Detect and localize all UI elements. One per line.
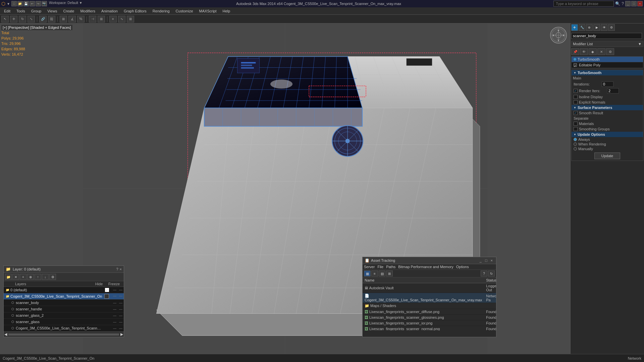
scroll-right-btn[interactable]: ▶ bbox=[120, 332, 123, 337]
menu-customize[interactable]: Customize bbox=[173, 8, 196, 14]
unlink-tool[interactable]: ⛓ bbox=[48, 16, 55, 22]
asset-btn-4[interactable]: ⊞ bbox=[386, 270, 393, 277]
asset-row-vault[interactable]: 🏛 Autodesk Vault Logged Out bbox=[363, 283, 496, 293]
menu-graph-editors[interactable]: Graph Editors bbox=[121, 8, 149, 14]
asset-menu-paths[interactable]: Paths bbox=[386, 265, 395, 269]
asset-row-glossines[interactable]: 🖼 Livescan_fingerprints_scanner_glossine… bbox=[363, 315, 496, 320]
close-btn[interactable]: × bbox=[637, 1, 643, 6]
explicit-checkbox[interactable] bbox=[574, 100, 578, 104]
redo-btn[interactable]: ↪ bbox=[36, 1, 41, 6]
schematic[interactable]: ⊞ bbox=[127, 16, 134, 22]
layer-row-glass[interactable]: ⬡ scanner_glass — — bbox=[4, 319, 124, 325]
workspace-selector[interactable]: Workspace: Default ▼ bbox=[48, 1, 84, 6]
object-name-input[interactable] bbox=[571, 33, 642, 39]
layers-down-btn[interactable]: ↓ bbox=[42, 274, 49, 280]
select-tool[interactable]: ↖ bbox=[1, 16, 9, 22]
tab-display[interactable]: 👁 bbox=[601, 24, 607, 31]
layer-row-glass2[interactable]: ⬡ scanner_glass_2 — — bbox=[4, 312, 124, 319]
asset-row-diffuse[interactable]: 🖼 Livescan_fingerprints_scanner_diffuse.… bbox=[363, 309, 496, 315]
menu-maxscript[interactable]: MAXScript bbox=[197, 8, 219, 14]
menu-rendering[interactable]: Rendering bbox=[150, 8, 172, 14]
layer-row-default[interactable]: 📁 0 (default) ✓ — — bbox=[4, 287, 124, 293]
open-btn[interactable]: 📁 bbox=[17, 1, 23, 6]
undo-btn[interactable]: ↩ bbox=[30, 1, 35, 6]
render-iters-input[interactable] bbox=[607, 88, 619, 94]
render-iters-checkbox[interactable] bbox=[574, 89, 578, 93]
always-option[interactable]: Always bbox=[572, 137, 643, 142]
move-tool[interactable]: ✛ bbox=[10, 16, 17, 22]
modifier-turbsmooth[interactable]: TurboSmooth bbox=[572, 57, 643, 62]
tab-hierarchy[interactable]: ⊕ bbox=[586, 24, 593, 31]
rotate-tool[interactable]: ↻ bbox=[19, 16, 26, 22]
asset-btn-3[interactable]: ▤ bbox=[379, 270, 385, 277]
layers-merge-btn[interactable]: ⊕ bbox=[27, 274, 34, 280]
asset-row-ior[interactable]: 🖼 Livescan_fingerprints_scanner_ior.png … bbox=[363, 320, 496, 326]
asset-row-main-file[interactable]: 📄 Cogent_3M_CS500e_Live_Scan_Tenprint_Sc… bbox=[363, 293, 496, 303]
materials-checkbox[interactable] bbox=[574, 122, 578, 126]
layers-close-btn[interactable]: × bbox=[120, 267, 122, 271]
maximize-btn[interactable]: □ bbox=[631, 1, 637, 6]
layer-row-handle[interactable]: ⬡ scanner_handle — — bbox=[4, 306, 124, 312]
asset-row-maps[interactable]: 📁 Maps / Shaders bbox=[363, 303, 496, 309]
asset-menu-server[interactable]: Server bbox=[364, 265, 375, 269]
layer-mgr[interactable]: ≡ bbox=[109, 16, 117, 22]
layers-delete-btn[interactable]: ✕ bbox=[12, 274, 19, 280]
scale-tool[interactable]: ⤡ bbox=[28, 16, 35, 22]
menu-tools[interactable]: Tools bbox=[14, 8, 28, 14]
layer-row-body[interactable]: ⬡ scanner_body — — bbox=[4, 300, 124, 306]
pin-stack-btn[interactable]: 📌 bbox=[571, 48, 579, 55]
layers-settings-btn[interactable]: ⚙ bbox=[49, 274, 56, 280]
asset-menu-bitmap[interactable]: Bitmap Performance and Memory bbox=[398, 265, 453, 269]
new-btn[interactable]: □ bbox=[11, 1, 17, 6]
layers-scrollbar[interactable]: ◀ ▶ bbox=[4, 331, 124, 337]
percent-snap[interactable]: % bbox=[77, 16, 85, 22]
asset-btn-2[interactable]: ≡ bbox=[371, 270, 378, 277]
search-input[interactable] bbox=[553, 1, 614, 7]
show-all-btn[interactable]: 👁 bbox=[580, 48, 588, 55]
menu-modifiers[interactable]: Modifiers bbox=[77, 8, 98, 14]
layers-help-btn[interactable]: ? bbox=[116, 267, 118, 271]
menu-edit[interactable]: Edit bbox=[1, 8, 13, 14]
menu-group[interactable]: Group bbox=[29, 8, 44, 14]
layers-up-btn[interactable]: ↑ bbox=[35, 274, 41, 280]
smoothing-checkbox[interactable] bbox=[574, 127, 578, 131]
menu-views[interactable]: Views bbox=[45, 8, 60, 14]
menu-animation[interactable]: Animation bbox=[99, 8, 120, 14]
smooth-result-checkbox[interactable] bbox=[574, 111, 578, 115]
link-tool[interactable]: 🔗 bbox=[39, 16, 47, 22]
update-button[interactable]: Update bbox=[594, 153, 620, 159]
asset-row-normal[interactable]: 🖼 Livescan_fingerprints_scanner_normal.p… bbox=[363, 326, 496, 331]
asset-minimize-btn[interactable]: _ bbox=[478, 258, 483, 262]
render-btn[interactable]: 📷 bbox=[42, 1, 47, 6]
asset-refresh-btn[interactable]: ↻ bbox=[488, 270, 495, 277]
tab-create[interactable]: ✚ bbox=[571, 24, 578, 31]
iterations-input[interactable] bbox=[602, 81, 613, 87]
snap-toggle[interactable]: ⊞ bbox=[60, 16, 67, 22]
isoline-checkbox[interactable] bbox=[574, 95, 578, 99]
manually-option[interactable]: Manually bbox=[572, 146, 643, 151]
asset-close-btn[interactable]: × bbox=[489, 258, 494, 262]
asset-maximize-btn[interactable]: □ bbox=[484, 258, 489, 262]
tab-utilities[interactable]: ⚙ bbox=[608, 24, 615, 31]
configure-btn[interactable]: ⚙ bbox=[606, 48, 614, 55]
search-icon[interactable]: 🔍 bbox=[615, 1, 620, 6]
modifier-editable-poly[interactable]: Editable Poly bbox=[572, 62, 643, 68]
remove-mod-btn[interactable]: ✕ bbox=[597, 48, 605, 55]
asset-menu-options[interactable]: Options bbox=[456, 265, 469, 269]
mirror-btn[interactable]: ⊣ bbox=[89, 16, 96, 22]
make-unique-btn[interactable]: ◆ bbox=[589, 48, 597, 55]
angle-snap[interactable]: ∡ bbox=[68, 16, 76, 22]
layer-row-cogent[interactable]: 📁 Cogent_3M_CS500e_Live_Scan_Tenprint_Sc… bbox=[4, 293, 124, 300]
layer-row-cogent-sub[interactable]: ⬡ Cogent_3M_CS500e_Live_Scan_Tenprint_Sc… bbox=[4, 325, 124, 331]
modifier-dropdown-icon[interactable]: ▼ bbox=[638, 42, 642, 46]
layers-add-btn[interactable]: + bbox=[20, 274, 26, 280]
asset-help-btn[interactable]: ? bbox=[481, 270, 487, 277]
tab-motion[interactable]: ▶ bbox=[593, 24, 600, 31]
layers-new-btn[interactable]: 📁 bbox=[5, 274, 12, 280]
menu-create[interactable]: Create bbox=[60, 8, 77, 14]
align-btn[interactable]: ⊞ bbox=[98, 16, 105, 22]
when-rendering-option[interactable]: When Rendering bbox=[572, 142, 643, 146]
scroll-left-btn[interactable]: ◀ bbox=[4, 332, 7, 337]
asset-menu-file[interactable]: File bbox=[377, 265, 383, 269]
tab-modify[interactable]: 🔧 bbox=[579, 24, 585, 31]
